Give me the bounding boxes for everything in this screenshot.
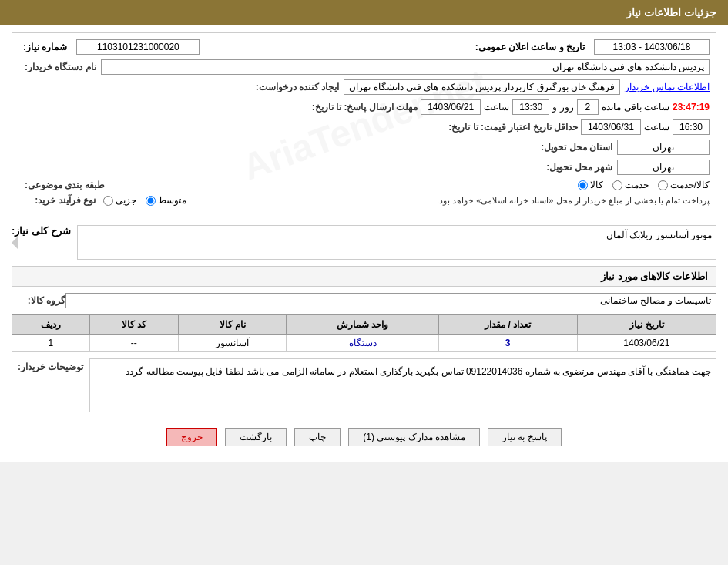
sharh-label: شرح کلی نیاز:: [12, 225, 71, 237]
shenare-niaz-label: شماره نیاز:: [18, 40, 72, 54]
payment-note: پرداخت تمام یا بخشی از مبلغ خریدار از مح…: [194, 196, 710, 206]
name-dastgah-value: پردیس دانشکده های فنی دانشگاه تهران: [101, 59, 710, 75]
tarikh-label: تاریخ و ساعت اعلان عمومی:: [471, 40, 589, 54]
cell-vahed: دستگاه: [287, 335, 438, 352]
col-radif: ردیف: [12, 315, 90, 335]
ijad-label: ایجاد کننده درخواست:: [250, 82, 340, 92]
col-vahed: واحد شمارش: [287, 315, 438, 335]
shenare-niaz-value: 1103101231000020: [76, 39, 200, 55]
pasokh-button[interactable]: پاسخ به نیاز: [488, 428, 562, 446]
chap-button[interactable]: چاپ: [294, 428, 341, 446]
cell-tedad: 3: [438, 335, 577, 352]
mohlat-rooz-label: روز و: [552, 102, 573, 113]
ijad-value: فرهنگ خان بورگنرق کاربردار پردیس دانشکده…: [344, 79, 620, 95]
tawzihat-label: توضیحات خریدار:: [12, 362, 83, 372]
time-remaining: 23:47:19: [673, 102, 710, 113]
radio-kala-khedmat-input[interactable]: [658, 180, 668, 190]
nooe-label: نوع فرآیند خرید:: [18, 195, 96, 206]
radio-motavaset-input[interactable]: [146, 196, 156, 206]
hadaqal-saat-label: ساعت: [644, 122, 669, 133]
ostan-label: استان محل تحویل:: [535, 142, 612, 153]
mohlat-label: مهلت ارسال پاسخ: تا تاریخ:: [306, 102, 418, 113]
group-value: تاسیسات و مصالح ساختمانی: [65, 293, 716, 308]
moshahede-button[interactable]: مشاهده مدارک پیوستی (1): [348, 428, 480, 446]
col-kod-kala: کد کالا: [89, 315, 178, 335]
group-label: گروه کالا:: [12, 295, 65, 306]
radio-motavaset[interactable]: متوسط: [146, 195, 186, 206]
cell-tarikh: 1403/06/21: [577, 335, 716, 352]
cell-name-kala: آسانسور: [179, 335, 287, 352]
radio-jozi[interactable]: جزیی: [103, 195, 136, 206]
col-tarikh: تاریخ نیاز: [577, 315, 716, 335]
page-title: جزئیات اطلاعات نیاز: [626, 6, 716, 18]
time-remaining-label: ساعت باقی مانده: [602, 102, 669, 113]
mohlat-saat-label: ساعت: [484, 102, 509, 113]
radio-kala-input[interactable]: [578, 180, 588, 190]
radio-khedmat[interactable]: خدمت: [612, 180, 649, 190]
bottom-buttons: پاسخ به نیاز مشاهده مدارک پیوستی (1) چاپ…: [12, 420, 716, 454]
mohlat-saat-val: 13:30: [512, 99, 549, 115]
col-name-kala: نام کالا: [179, 315, 287, 335]
hadaqal-saat-val: 16:30: [673, 119, 710, 135]
tawzihat-content: جهت هماهنگی با آقای مهندس مرتضوی به شمار…: [89, 358, 716, 412]
hadaqal-date-val: 1403/06/31: [581, 119, 641, 135]
radio-jozi-input[interactable]: [103, 196, 113, 206]
arrow-icon: [12, 237, 18, 249]
cell-kod-kala: --: [89, 335, 178, 352]
kala-table: تاریخ نیاز تعداد / مقدار واحد شمارش نام …: [12, 314, 716, 352]
tarikh-value: 1403/06/18 - 13:03: [594, 39, 710, 55]
cell-radif: 1: [12, 335, 90, 352]
bazgasht-button[interactable]: بازگشت: [225, 428, 287, 446]
shahr-label: شهر محل تحویل:: [535, 162, 612, 173]
info-kala-section-title: اطلاعات کالاهای مورد نیاز: [12, 266, 716, 287]
table-row: 1403/06/21 3 دستگاه آسانسور -- 1: [12, 335, 716, 352]
radio-kala[interactable]: کالا: [578, 180, 603, 190]
radio-kala-label: کالا: [590, 180, 603, 190]
radio-jozi-label: جزیی: [116, 195, 136, 206]
mohlat-rooz-val: 2: [577, 99, 599, 115]
radio-kala-khedmat[interactable]: کالا/خدمت: [658, 180, 710, 190]
name-dastgah-label: نام دستگاه خریدار:: [18, 62, 96, 72]
radio-khedmat-label: خدمت: [625, 180, 649, 190]
hadaqal-label: حداقل تاریخ اعتبار قیمت: تا تاریخ:: [442, 122, 578, 133]
col-tedad: تعداد / مقدار: [438, 315, 577, 335]
shahr-value: تهران: [617, 160, 710, 175]
radio-motavaset-label: متوسط: [158, 195, 186, 206]
khorooj-button[interactable]: خروج: [166, 428, 217, 446]
tabaqe-label: طبقه بندی موضوعی:: [18, 180, 105, 190]
sharh-value: موتور آسانسور زیلابک آلمان: [606, 230, 712, 240]
tawzihat-section: جهت هماهنگی با آقای مهندس مرتضوی به شمار…: [12, 358, 716, 412]
radio-khedmat-input[interactable]: [612, 180, 622, 190]
ostan-value: تهران: [617, 140, 710, 155]
page-header: جزئیات اطلاعات نیاز: [0, 0, 728, 25]
contact-link[interactable]: اطلاعات تماس خریدار: [625, 82, 710, 92]
radio-kala-khedmat-label: کالا/خدمت: [670, 180, 710, 190]
mohlat-date-val: 1403/06/21: [421, 99, 481, 115]
